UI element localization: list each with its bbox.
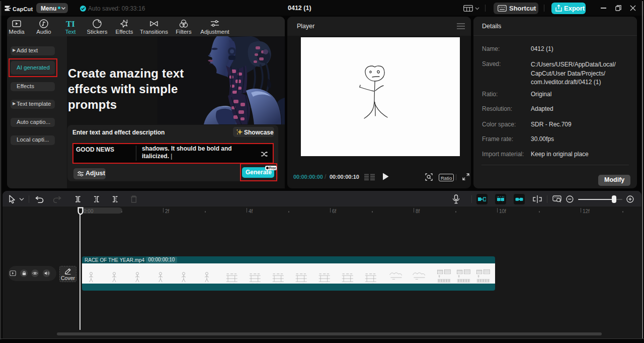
- svg-text:TI: TI: [66, 19, 75, 29]
